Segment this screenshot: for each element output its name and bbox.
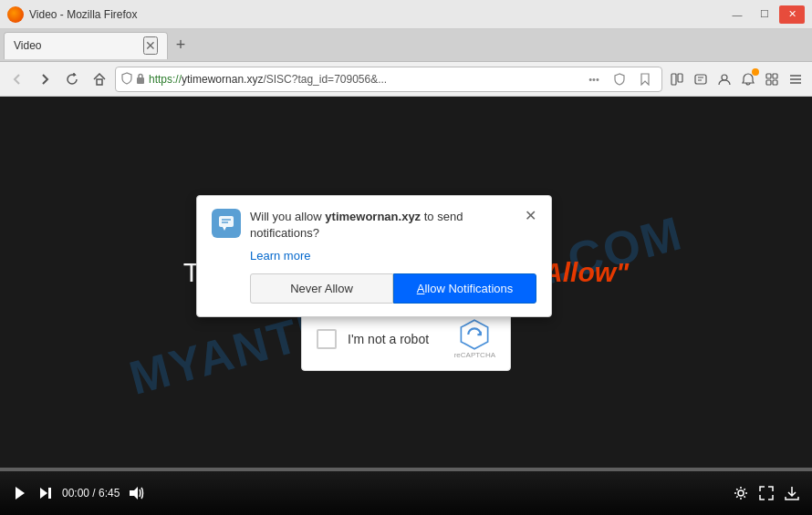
url-domain: ytimewornan.xyz	[182, 73, 263, 86]
svg-marker-13	[16, 487, 25, 500]
sync-button[interactable]	[690, 68, 712, 90]
security-icon	[121, 72, 132, 87]
url-path: /SISC?tag_id=709056&...	[263, 73, 387, 86]
popup-header: Will you allow ytimewornan.xyz to send n…	[212, 209, 536, 242]
svg-rect-7	[773, 74, 777, 78]
svg-rect-10	[219, 216, 234, 227]
recaptcha-brand: reCAPTCHA	[454, 351, 495, 359]
history-button[interactable]	[666, 68, 688, 90]
tab-bar: Video ✕ +	[0, 29, 812, 62]
home-button[interactable]	[88, 67, 111, 91]
svg-rect-9	[773, 80, 777, 85]
svg-marker-14	[40, 488, 47, 499]
tab-label: Video	[14, 39, 41, 52]
notification-dot	[752, 68, 759, 76]
firefox-icon	[7, 6, 24, 23]
account-button[interactable]	[713, 68, 735, 90]
svg-point-17	[738, 490, 744, 496]
allow-notifications-button[interactable]: Allow Notifications	[393, 273, 536, 304]
notification-popup: Will you allow ytimewornan.xyz to send n…	[196, 195, 552, 317]
popup-close-button[interactable]: ✕	[525, 209, 536, 223]
forward-button[interactable]	[33, 67, 57, 91]
active-tab[interactable]: Video ✕	[4, 32, 168, 59]
svg-rect-4	[695, 75, 706, 84]
title-bar-left: Video - Mozilla Firefox	[7, 6, 138, 23]
chat-icon	[212, 209, 241, 238]
svg-point-5	[722, 75, 727, 80]
captcha-logo: reCAPTCHA	[454, 318, 495, 359]
new-tab-button[interactable]: +	[168, 33, 193, 58]
shield-button[interactable]	[609, 68, 630, 90]
svg-marker-16	[130, 487, 138, 500]
svg-rect-15	[48, 488, 51, 499]
menu-button[interactable]	[785, 68, 807, 90]
tab-close-button[interactable]: ✕	[143, 36, 158, 55]
nav-right-icons	[666, 68, 807, 90]
lock-icon	[136, 73, 145, 86]
captcha-checkbox[interactable]	[317, 329, 337, 349]
popup-domain: ytimewornan.xyz	[325, 210, 421, 223]
content-area: MYANTISPYWARE.COM ↖ To access to the vid…	[0, 97, 812, 515]
svg-rect-1	[137, 77, 144, 84]
learn-more-link[interactable]: Learn more	[250, 249, 536, 263]
download-button[interactable]	[783, 484, 801, 502]
reload-button[interactable]	[60, 67, 84, 91]
captcha-label: I'm not a robot	[348, 332, 443, 346]
never-allow-button[interactable]: Never Allow	[250, 273, 393, 304]
window-title: Video - Mozilla Firefox	[29, 8, 138, 21]
time-display: 00:00 / 6:45	[62, 487, 120, 500]
maximize-button[interactable]: ☐	[752, 5, 777, 24]
svg-rect-6	[766, 74, 771, 78]
title-bar: Video - Mozilla Firefox — ☐ ✕	[0, 0, 812, 29]
skip-button[interactable]	[36, 484, 55, 502]
allow-rest: llow Notifications	[424, 282, 513, 295]
url-https: https://	[149, 73, 182, 86]
more-url-button[interactable]: •••	[583, 68, 605, 90]
popup-question: Will you allow ytimewornan.xyz to send n…	[250, 209, 515, 242]
bookmark-button[interactable]	[634, 68, 656, 90]
close-button[interactable]: ✕	[779, 5, 805, 24]
play-button[interactable]	[11, 484, 29, 502]
url-text: https://ytimewornan.xyz/SISC?tag_id=7090…	[149, 73, 579, 86]
nav-bar: https://ytimewornan.xyz/SISC?tag_id=7090…	[0, 62, 812, 97]
minimize-button[interactable]: —	[724, 5, 750, 24]
back-button[interactable]	[5, 67, 29, 91]
title-bar-controls: — ☐ ✕	[724, 5, 805, 24]
volume-button[interactable]	[127, 484, 147, 502]
url-bar[interactable]: https://ytimewornan.xyz/SISC?tag_id=7090…	[115, 67, 662, 92]
svg-rect-2	[671, 74, 676, 85]
recaptcha-icon	[458, 318, 491, 351]
svg-rect-0	[97, 79, 102, 85]
svg-rect-3	[678, 74, 682, 82]
svg-rect-8	[766, 80, 771, 85]
extensions-button[interactable]	[761, 68, 783, 90]
settings-button[interactable]	[732, 484, 750, 502]
popup-text-1: Will you allow	[250, 210, 325, 223]
popup-buttons: Never Allow Allow Notifications	[250, 273, 536, 304]
fullscreen-button[interactable]	[757, 484, 776, 502]
video-controls: 00:00 / 6:45	[0, 471, 812, 515]
notification-button[interactable]	[737, 68, 759, 90]
